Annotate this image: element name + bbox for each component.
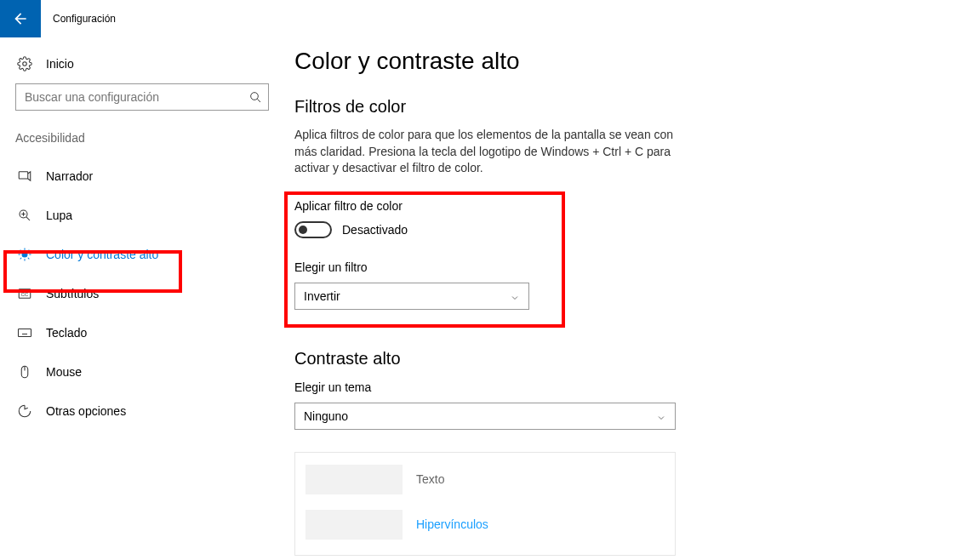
home-nav[interactable]: Inicio (15, 53, 289, 83)
sidebar: Inicio Accesibilidad Narrador Lupa (0, 37, 289, 556)
apply-filter-label: Aplicar filtro de color (294, 199, 931, 213)
svg-line-15 (20, 258, 22, 260)
dropdown-value: Invertir (304, 289, 340, 303)
sidebar-item-label: Mouse (46, 365, 82, 379)
preview-swatch-hyperlinks[interactable] (305, 510, 403, 540)
chevron-down-icon (656, 412, 666, 426)
svg-line-13 (20, 250, 22, 252)
preview-hyperlinks-label: Hipervínculos (416, 517, 488, 531)
narrator-icon (17, 169, 32, 184)
gear-icon (17, 56, 32, 71)
sidebar-item-narrator[interactable]: Narrador (15, 157, 289, 196)
sidebar-item-label: Color y contraste alto (46, 248, 158, 261)
choose-filter-label: Elegir un filtro (294, 260, 931, 274)
search-icon (248, 90, 262, 104)
dropdown-value: Ninguno (304, 409, 348, 423)
sidebar-item-captions[interactable]: CC Subtítulos (15, 274, 289, 313)
svg-line-16 (28, 250, 30, 252)
svg-rect-3 (19, 172, 28, 179)
sidebar-item-label: Teclado (46, 326, 87, 340)
app-title: Configuración (41, 13, 116, 25)
sidebar-item-magnifier[interactable]: Lupa (15, 196, 289, 235)
choose-theme-label: Elegir un tema (294, 380, 931, 394)
main-content: Color y contraste alto Filtros de color … (289, 37, 965, 556)
sidebar-item-label: Narrador (46, 169, 93, 183)
keyboard-icon (17, 325, 32, 340)
sidebar-item-label: Otras opciones (46, 404, 126, 418)
svg-point-0 (23, 62, 27, 66)
sidebar-item-label: Subtítulos (46, 287, 99, 300)
mouse-icon (17, 364, 32, 380)
sidebar-item-keyboard[interactable]: Teclado (15, 313, 289, 352)
magnifier-icon (17, 208, 32, 223)
svg-rect-19 (19, 329, 31, 337)
choose-filter-dropdown[interactable]: Invertir (294, 283, 529, 310)
color-filters-description: Aplica filtros de color para que los ele… (294, 127, 686, 177)
page-title: Color y contraste alto (294, 48, 931, 75)
svg-line-5 (26, 217, 30, 220)
sidebar-item-label: Lupa (46, 209, 72, 222)
choose-theme-dropdown[interactable]: Ninguno (294, 403, 676, 430)
sidebar-item-color-contrast[interactable]: Color y contraste alto (15, 235, 289, 274)
theme-preview: Texto Hipervínculos (294, 452, 676, 556)
home-label: Inicio (46, 57, 74, 71)
search-input[interactable] (15, 83, 269, 111)
chevron-down-icon (510, 292, 520, 306)
apply-filter-toggle[interactable] (294, 221, 332, 238)
captions-icon: CC (17, 286, 32, 301)
back-button[interactable] (0, 0, 41, 37)
section-high-contrast-heading: Contraste alto (294, 349, 931, 369)
sidebar-group-header: Accesibilidad (15, 131, 289, 145)
other-options-icon (17, 403, 32, 419)
preview-swatch-text[interactable] (305, 465, 403, 494)
sidebar-item-mouse[interactable]: Mouse (15, 352, 289, 391)
svg-line-14 (28, 258, 30, 260)
svg-point-8 (22, 252, 27, 257)
svg-text:CC: CC (21, 292, 29, 297)
svg-point-1 (251, 93, 259, 100)
toggle-state-label: Desactivado (342, 223, 408, 237)
sidebar-item-other[interactable]: Otras opciones (15, 391, 289, 431)
brightness-icon (17, 247, 32, 262)
section-color-filters-heading: Filtros de color (294, 97, 931, 117)
svg-line-2 (257, 99, 260, 102)
preview-text-label: Texto (416, 472, 444, 486)
arrow-left-icon (12, 10, 29, 27)
